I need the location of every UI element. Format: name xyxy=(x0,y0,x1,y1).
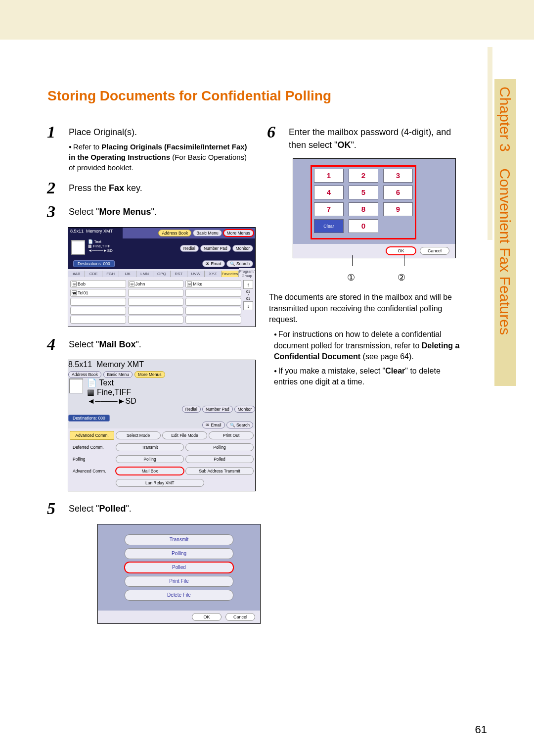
address-book-button[interactable]: Address Book xyxy=(68,371,101,378)
contact-empty[interactable] xyxy=(70,316,126,324)
tab-lmn[interactable]: LMN xyxy=(136,271,153,277)
paper-icon xyxy=(71,240,85,255)
sd-indicator: SD xyxy=(107,248,113,253)
contact-empty[interactable] xyxy=(185,316,241,324)
redial-button[interactable]: Redial xyxy=(180,245,199,252)
tab-rst[interactable]: RST xyxy=(171,271,187,277)
transmit-button[interactable]: Transmit xyxy=(116,443,184,451)
print-out-button[interactable]: Print Out xyxy=(209,431,254,439)
more-menus-button[interactable]: More Menus xyxy=(223,230,254,236)
contact-empty[interactable] xyxy=(128,289,184,297)
advanced-comm-tab[interactable]: Advanced Comm. xyxy=(70,431,114,440)
paper-icon xyxy=(69,378,83,393)
polled-button[interactable]: Polled xyxy=(185,455,254,463)
contact-mike[interactable]: ✉Mike xyxy=(185,280,241,288)
contact-empty[interactable] xyxy=(70,298,126,306)
keypad-4[interactable]: 4 xyxy=(314,186,344,199)
contact-empty[interactable] xyxy=(128,307,184,315)
select-mode-button[interactable]: Select Mode xyxy=(116,431,161,439)
polling-button[interactable]: Polling xyxy=(125,548,233,559)
step-body: Select "Polled". xyxy=(69,500,132,517)
keypad-0[interactable]: 0 xyxy=(349,219,378,233)
number-pad-button[interactable]: Number Pad xyxy=(202,406,233,413)
polled-button[interactable]: Polled xyxy=(125,562,233,573)
keypad-1[interactable]: 1 xyxy=(314,169,344,183)
polling-button[interactable]: Polling xyxy=(185,443,254,451)
screenshot-keypad: 1 2 3 4 5 6 7 8 9 Clear xyxy=(288,158,465,283)
more-menus-button[interactable]: More Menus xyxy=(134,371,165,378)
tab-fgh[interactable]: FGH xyxy=(102,271,119,277)
lan-relay-xmt-button[interactable]: Lan Relay XMT xyxy=(116,479,204,487)
destinations-badge[interactable]: Destinations: 000 xyxy=(73,260,115,267)
search-button[interactable]: 🔍 Search xyxy=(226,422,253,428)
text-mode-label: Text xyxy=(94,239,101,244)
basic-menu-button[interactable]: Basic Menu xyxy=(103,371,132,378)
email-icon: ✉ xyxy=(130,282,134,286)
keypad-6[interactable]: 6 xyxy=(383,186,413,199)
tab-favorites[interactable]: Favorites xyxy=(222,271,238,277)
chapter-title: Convenient Fax Features xyxy=(497,168,513,335)
callout-1: ① xyxy=(347,272,355,283)
contact-empty[interactable] xyxy=(185,289,241,297)
step-4: 4 Select "Mail Box". xyxy=(47,336,255,353)
search-button[interactable]: 🔍 Search xyxy=(226,260,253,267)
monitor-button[interactable]: Monitor xyxy=(234,406,255,413)
contact-empty[interactable] xyxy=(185,307,241,315)
transmit-button[interactable]: Transmit xyxy=(125,534,233,545)
email-button[interactable]: ✉ Email xyxy=(202,422,225,428)
mail-box-button[interactable]: Mail Box xyxy=(116,467,184,475)
step-body: Enter the mailbox password (4-digit), an… xyxy=(289,124,465,151)
keypad-9[interactable]: 9 xyxy=(383,202,413,216)
tab-opq[interactable]: OPQ xyxy=(153,271,170,277)
tab-ab[interactable]: #AB xyxy=(68,271,85,277)
contact-empty[interactable] xyxy=(128,316,184,324)
number-pad-button[interactable]: Number Pad xyxy=(200,245,231,252)
destinations-badge[interactable]: Destinations: 000 xyxy=(68,415,110,422)
tab-xyz[interactable]: XYZ xyxy=(205,271,222,277)
address-book-button[interactable]: Address Book xyxy=(158,230,191,236)
sub-address-transmit-button[interactable]: Sub Address Transmit xyxy=(185,467,254,475)
keypad-7[interactable]: 7 xyxy=(314,202,344,216)
step-number: 1 xyxy=(47,124,62,173)
basic-menu-button[interactable]: Basic Menu xyxy=(193,230,222,236)
step-body: Press the Fax key. xyxy=(69,180,142,196)
contact-empty[interactable] xyxy=(185,298,241,306)
keypad-2[interactable]: 2 xyxy=(349,169,378,183)
delete-file-button[interactable]: Delete File xyxy=(125,590,233,601)
cancel-button[interactable]: Cancel xyxy=(420,247,449,255)
edit-file-mode-button[interactable]: Edit File Mode xyxy=(162,431,207,439)
phone-icon: ☎ xyxy=(72,290,77,295)
step-2: 2 Press the Fax key. xyxy=(47,180,255,196)
tab-ijk[interactable]: IJK xyxy=(119,271,136,277)
step-number: 3 xyxy=(47,203,62,220)
tab-program-group[interactable]: Program/ Group xyxy=(239,268,255,279)
scroll-up-button[interactable]: ↑ xyxy=(243,280,253,289)
contact-empty[interactable] xyxy=(70,307,126,315)
monitor-button[interactable]: Monitor xyxy=(232,245,253,252)
after-step6-paragraph: The documents are stored in the mailbox … xyxy=(269,292,465,325)
step-number: 5 xyxy=(47,500,62,517)
step1-text: Place Original(s). xyxy=(69,127,137,137)
print-file-button[interactable]: Print File xyxy=(125,576,233,587)
tab-uvw[interactable]: UVW xyxy=(187,271,204,277)
callout-2: ② xyxy=(398,272,405,283)
contact-john[interactable]: ✉John xyxy=(128,280,184,288)
keypad-5[interactable]: 5 xyxy=(349,186,378,199)
ok-button[interactable]: OK xyxy=(192,613,222,621)
contact-tel01[interactable]: ☎Tel01 xyxy=(70,289,126,297)
keypad-8[interactable]: 8 xyxy=(349,202,378,216)
tab-cde[interactable]: CDE xyxy=(85,271,102,277)
polling-button2[interactable]: Polling xyxy=(116,455,184,463)
contact-empty[interactable] xyxy=(128,298,184,306)
email-button[interactable]: ✉ Email xyxy=(202,260,225,267)
contact-bob[interactable]: ✉Bob xyxy=(70,280,126,288)
email-icon: ✉ xyxy=(72,282,77,286)
ok-button[interactable]: OK xyxy=(386,247,416,255)
keypad-3[interactable]: 3 xyxy=(383,169,413,183)
scroll-down-button[interactable]: ↓ xyxy=(243,301,253,310)
redial-button[interactable]: Redial xyxy=(182,406,201,413)
step-3: 3 Select "More Menus". xyxy=(47,203,255,220)
step1-bullet: Refer to Placing Originals (Facsimile/In… xyxy=(69,142,255,173)
cancel-button[interactable]: Cancel xyxy=(225,613,255,621)
keypad-clear[interactable]: Clear xyxy=(314,219,344,233)
